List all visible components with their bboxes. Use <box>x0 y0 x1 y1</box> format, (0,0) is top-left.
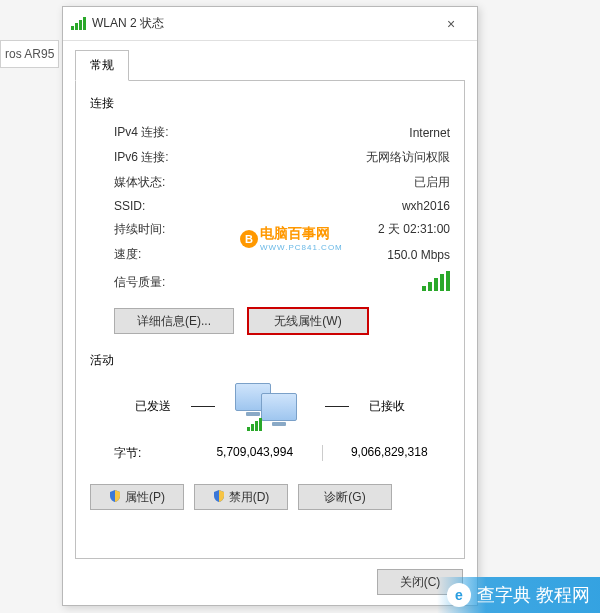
row-ipv6: IPv6 连接: 无网络访问权限 <box>90 145 450 170</box>
dash-left: —— <box>191 399 215 413</box>
diagnose-button-label: 诊断(G) <box>324 489 365 506</box>
divider <box>322 445 323 461</box>
row-duration: 持续时间: 2 天 02:31:00 <box>90 217 450 242</box>
disable-button[interactable]: 禁用(D) <box>194 484 288 510</box>
ssid-label: SSID: <box>114 199 402 213</box>
recv-bytes: 9,066,829,318 <box>329 445 451 462</box>
activity-group-label: 活动 <box>90 352 450 369</box>
tab-strip: 常规 <box>63 41 477 80</box>
activity-graphic: 已发送 —— —— 已接收 <box>90 377 450 435</box>
properties-button-label: 属性(P) <box>125 489 165 506</box>
network-activity-icon <box>235 383 305 429</box>
diagnose-button[interactable]: 诊断(G) <box>298 484 392 510</box>
wlan-status-dialog: WLAN 2 状态 × 常规 连接 IPv4 连接: Internet IPv6… <box>62 6 478 606</box>
sent-label: 已发送 <box>135 398 171 415</box>
shield-icon <box>109 490 121 505</box>
speed-value: 150.0 Mbps <box>387 248 450 262</box>
corner-watermark-logo-icon: e <box>447 583 471 607</box>
sent-bytes: 5,709,043,994 <box>194 445 316 462</box>
row-signal: 信号质量: <box>90 267 450 298</box>
wireless-properties-button[interactable]: 无线属性(W) <box>248 308 368 334</box>
ipv6-value: 无网络访问权限 <box>366 149 450 166</box>
row-ssid: SSID: wxh2016 <box>90 195 450 217</box>
duration-label: 持续时间: <box>114 221 378 238</box>
row-media: 媒体状态: 已启用 <box>90 170 450 195</box>
bytes-label: 字节: <box>114 445 194 462</box>
background-adapter-text: ros AR95 <box>0 40 59 68</box>
wifi-icon <box>71 14 86 34</box>
duration-value: 2 天 02:31:00 <box>378 221 450 238</box>
row-ipv4: IPv4 连接: Internet <box>90 120 450 145</box>
details-button[interactable]: 详细信息(E)... <box>114 308 234 334</box>
media-value: 已启用 <box>414 174 450 191</box>
dash-right: —— <box>325 399 349 413</box>
window-title: WLAN 2 状态 <box>92 15 433 32</box>
ipv4-value: Internet <box>409 126 450 140</box>
signal-label: 信号质量: <box>114 274 422 291</box>
connection-buttons: 详细信息(E)... 无线属性(W) <box>90 298 450 338</box>
ssid-value: wxh2016 <box>402 199 450 213</box>
corner-watermark-text: 查字典 教程网 <box>477 583 590 607</box>
recv-label: 已接收 <box>369 398 405 415</box>
tab-body: 连接 IPv4 连接: Internet IPv6 连接: 无网络访问权限 媒体… <box>75 80 465 559</box>
shield-icon <box>213 490 225 505</box>
speed-label: 速度: <box>114 246 387 263</box>
ipv6-label: IPv6 连接: <box>114 149 366 166</box>
ipv4-label: IPv4 连接: <box>114 124 409 141</box>
media-label: 媒体状态: <box>114 174 414 191</box>
connection-group-label: 连接 <box>90 95 450 112</box>
signal-value <box>422 271 450 294</box>
properties-button[interactable]: 属性(P) <box>90 484 184 510</box>
titlebar: WLAN 2 状态 × <box>63 7 477 41</box>
dialog-footer: 关闭(C) <box>63 559 477 605</box>
tab-general[interactable]: 常规 <box>75 50 129 81</box>
bytes-row: 字节: 5,709,043,994 9,066,829,318 <box>90 435 450 466</box>
bottom-buttons: 属性(P) 禁用(D) 诊断(G) <box>90 466 450 510</box>
signal-bars-icon <box>422 271 450 291</box>
close-button[interactable]: × <box>433 11 469 37</box>
disable-button-label: 禁用(D) <box>229 489 270 506</box>
row-speed: 速度: 150.0 Mbps <box>90 242 450 267</box>
corner-watermark: e 查字典 教程网 <box>437 577 600 613</box>
